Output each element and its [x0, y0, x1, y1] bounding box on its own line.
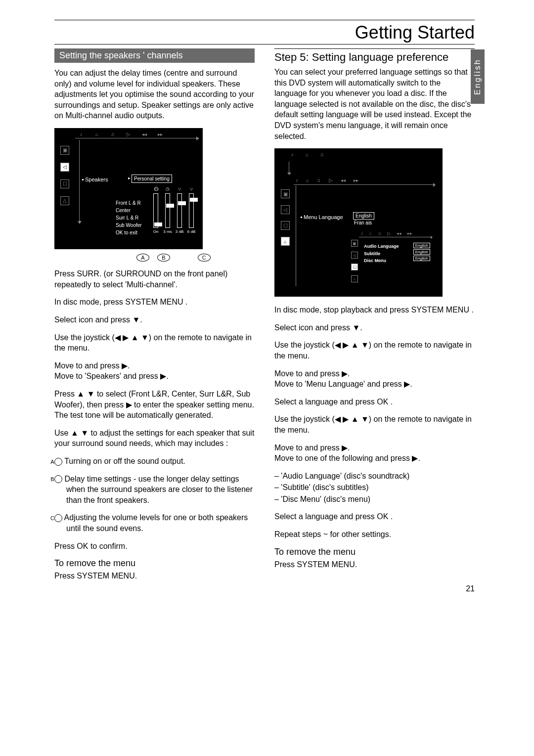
rewind-icon: ◂◂	[141, 132, 148, 136]
tuner-icon: ♪	[361, 231, 363, 236]
left-remove-head: To remove the menu	[54, 558, 255, 569]
row-sub: Sub Woofer	[116, 222, 142, 229]
screen-icon: ⌂	[93, 132, 100, 136]
r-s7a: Move to and press ▶.	[274, 444, 350, 452]
subtitle-icon: ☐	[351, 264, 358, 270]
columns: Setting the speakers ' channels You can …	[54, 48, 475, 588]
lock-icon: ⌂	[281, 237, 290, 246]
rewind-icon: ◂◂	[341, 178, 346, 183]
left-step-6: Press ▲ ▼ to select (Front L&R, Center, …	[54, 389, 255, 421]
tuner-icon: ♪	[296, 178, 298, 183]
right-step-4: Move to and press ▶. Move to 'Menu Langu…	[274, 368, 475, 390]
subtitle-icon: ☐	[281, 221, 290, 230]
tuner-icon: ♪	[289, 152, 296, 157]
speakers-label: Speakers	[85, 177, 108, 182]
left-s6b: The test tone will be automatically gene…	[54, 411, 213, 419]
audio-icon: ♫	[318, 152, 325, 157]
d2s-left-icons: ▣ ◁ ☐ ⌂	[351, 240, 358, 282]
vol2-icon: ⩒	[187, 186, 196, 191]
left-step-1: Press SURR. (or SURROUND on the front pa…	[54, 268, 255, 290]
right-li3: – 'Disc Menu' (disc's menu)	[274, 494, 475, 505]
r-s4a: Move to and press ▶.	[274, 369, 350, 378]
sub-vals: English English English	[413, 243, 430, 262]
subtitle: Subtitle	[364, 250, 399, 257]
r-s4b: Move to 'Menu Language' and press ▶.	[274, 380, 412, 388]
d2s-harrow	[359, 237, 432, 237]
vert-arrow	[79, 140, 80, 223]
subtitle-icon: ☐	[60, 179, 69, 188]
d2-top-icons: ♪ ⌂ ♫	[289, 152, 325, 157]
sub-items: Audio Language Subtitle Disc Menu	[364, 243, 399, 264]
language-tab: English	[471, 49, 485, 104]
right-remove-body: Press SYSTEM MENU.	[274, 559, 475, 570]
callout-a: A	[136, 254, 149, 262]
diagram-top-icons: ♪ ⌂ ♫ ▷ ◂◂ ▸▸	[78, 131, 199, 137]
forward-icon: ▸▸	[354, 178, 358, 183]
cap-6db: 6 dB	[187, 229, 196, 234]
page-title: Getting Started	[54, 22, 475, 43]
row-front: Front L & R	[116, 199, 142, 207]
left-step-4: Use the joystick (◀ ▶ ▲ ▼) on the remote…	[54, 332, 255, 354]
personal-setting-box: Personal setting	[132, 175, 172, 183]
photo-icon: ▣	[351, 240, 358, 247]
callout-c: C	[198, 254, 211, 262]
right-remove-head: To remove the menu	[274, 547, 475, 557]
vol-icon: ⩒	[175, 186, 184, 191]
screen-icon: ⌂	[306, 178, 309, 183]
right-step-2: Select icon and press ▼.	[274, 322, 475, 333]
screen-icon: ⌂	[304, 152, 311, 157]
audio-icon: ♫	[378, 231, 381, 236]
d2-down-arrow	[289, 162, 289, 175]
audio-language: Audio Language	[364, 243, 399, 250]
optB-text: Delay time settings - use the longer del…	[64, 475, 253, 504]
section-bar-speakers: Setting the speakers ' channels	[54, 48, 255, 63]
english-option: English	[353, 212, 374, 220]
cap-3ms: 3 ms	[163, 229, 172, 234]
d2-left-icons: ▣ ◁ ☐ ⌂	[281, 189, 290, 246]
play-icon: ▷	[125, 132, 132, 136]
speakers-intro: You can adjust the delay times (centre a…	[54, 68, 255, 121]
right-column: Step 5: Setting language preference You …	[274, 48, 475, 588]
power-icon: ⏻	[151, 186, 160, 191]
d2-submenu: ♪ ⌂ ♫ ▷ ◂◂ ▸▸ ▣ ◁ ☐ ⌂	[350, 230, 434, 288]
step-5-heading: Step 5: Setting language preference	[274, 48, 475, 64]
val-disc: English	[413, 256, 430, 261]
d2-inner: ♪ ⌂ ♫ ▷ ◂◂ ▸▸ ▣ ◁ ☐ ⌂ Menu	[281, 176, 437, 291]
mute-icon: ◁	[281, 205, 290, 214]
val-subtitle: English	[413, 249, 430, 255]
left-step-8: Press OK to confirm.	[54, 541, 255, 552]
d2-vline	[296, 185, 296, 286]
clock-icon: ◷	[163, 186, 172, 191]
slider-delay: ◷ 3 ms	[163, 193, 172, 234]
slider-vol2: ⩒ 6 dB	[187, 193, 196, 234]
horiz-arrow	[75, 138, 199, 138]
d2s-icon-row: ♪ ⌂ ♫ ▷ ◂◂ ▸▸	[361, 231, 412, 236]
page-number: 21	[466, 584, 475, 593]
left-remove-body: Press SYSTEM MENU.	[54, 571, 255, 581]
callout-b: B	[157, 254, 170, 262]
francais-option: Fran ais	[354, 220, 372, 225]
mute-icon: ◁	[60, 163, 69, 172]
right-li2: – 'Subtitle' (disc's subtitles)	[274, 482, 475, 493]
top-rule	[54, 20, 475, 20]
right-step-7: Move to and press ▶. Move to one of the …	[274, 443, 475, 464]
left-s5b: Move to 'Speakers' and press ▶.	[54, 372, 169, 380]
lock-icon: △	[60, 196, 69, 205]
left-s5a: Move to and press ▶.	[54, 361, 130, 370]
left-s6: Press ▲ ▼ to select (Front L&R, Center, …	[54, 390, 254, 409]
left-step-7: Use ▲ ▼ to adjust the settings for each …	[54, 428, 255, 449]
left-icon-column: ▣ ◁ ☐ △	[60, 146, 69, 205]
left-opt-b: B Delay time settings - use the longer d…	[54, 474, 255, 506]
slider-vol1: ⩒ 3 dB	[175, 193, 184, 234]
right-step-9: Repeat steps ~ for other settings.	[274, 529, 475, 540]
header-rule	[54, 44, 475, 44]
right-step-6: Use the joystick (◀ ▶ ▲ ▼) on the remote…	[274, 414, 475, 435]
right-step-1: In disc mode, stop playback and press SY…	[274, 305, 475, 315]
left-column: Setting the speakers ' channels You can …	[54, 48, 255, 588]
screen-icon: ⌂	[369, 231, 372, 236]
cap-3db: 3 dB	[175, 229, 184, 234]
menu-language-label: Menu Language	[304, 214, 343, 220]
speakers-diagram: ♪ ⌂ ♫ ▷ ◂◂ ▸▸ ▣ ◁ ☐ △ Speakers Personal …	[54, 128, 203, 249]
photo-icon: ▣	[281, 189, 290, 198]
left-opt-c: C Adjusting the volume levels for one or…	[54, 512, 255, 534]
